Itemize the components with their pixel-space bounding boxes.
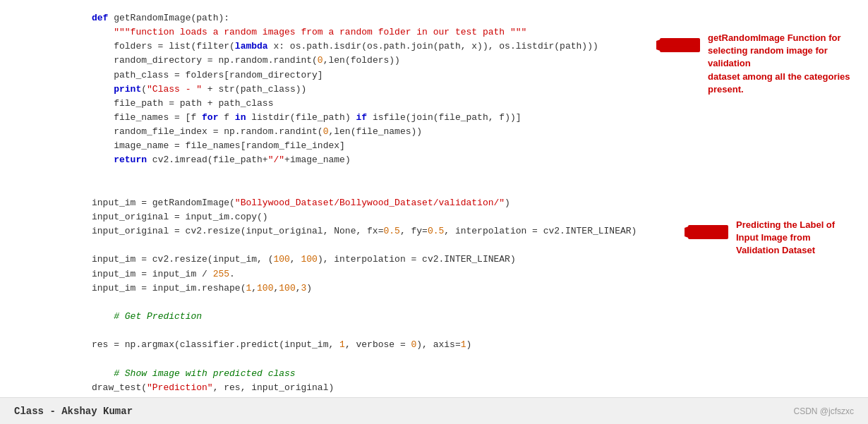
annotation-text-1: getRandomImage Function for selecting ra…: [708, 32, 861, 96]
code-line-24: res = np.argmax(classifier.predict(input…: [92, 338, 776, 352]
class-output: Class - Akshay Kumar: [14, 406, 133, 417]
code-line-25: [92, 352, 776, 366]
annotation-box-1: getRandomImage Function for selecting ra…: [656, 32, 861, 96]
arrow-icon-2: [685, 222, 730, 243]
annotation-box-2: Predicting the Label of Input Image from…: [685, 219, 861, 258]
annotation-text-2: Predicting the Label of Input Image from…: [736, 219, 835, 258]
code-line-27: draw_test("Prediction", res, input_origi…: [92, 381, 776, 395]
code-line-10: image_name = file_names[random_file_inde…: [92, 139, 776, 153]
code-line-9: random_file_index = np.random.randint(0,…: [92, 125, 776, 139]
code-line-12: [92, 168, 776, 182]
code-line-28: cv2.waitKey(5000): [92, 395, 776, 397]
arrow-icon-1: [656, 35, 702, 56]
code-line-1: def getRandomImage(path):: [92, 11, 776, 25]
code-line-19: input_im = input_im / 255.: [92, 267, 776, 281]
code-line-16: input_original = cv2.resize(input_origin…: [92, 224, 776, 238]
code-line-20: input_im = input_im.reshape(1,100,100,3): [92, 281, 776, 296]
code-line-7: file_path = path + path_class: [92, 97, 776, 111]
code-line-15: input_original = input_im.copy(): [92, 210, 776, 224]
code-line-26: # Show image with predicted class: [92, 367, 776, 381]
watermark: CSDN @jcfszxc: [793, 406, 854, 416]
bottom-bar: Class - Akshay Kumar CSDN @jcfszxc: [0, 397, 868, 424]
code-line-8: file_names = [f for f in listdir(file_pa…: [92, 111, 776, 125]
code-line-14: input_im = getRandomImage("Bollywood_Dat…: [92, 196, 776, 210]
code-line-11: return cv2.imread(file_path+"/"+image_na…: [92, 153, 776, 167]
code-area: def getRandomImage(path): """function lo…: [0, 0, 868, 397]
code-line-13: [92, 182, 776, 196]
code-line-21: [92, 296, 776, 310]
main-container: def getRandomImage(path): """function lo…: [0, 0, 868, 424]
code-line-22: # Get Prediction: [92, 310, 776, 324]
code-line-17: [92, 238, 776, 253]
code-line-18: input_im = cv2.resize(input_im, (100, 10…: [92, 253, 776, 267]
code-line-23: [92, 324, 776, 338]
